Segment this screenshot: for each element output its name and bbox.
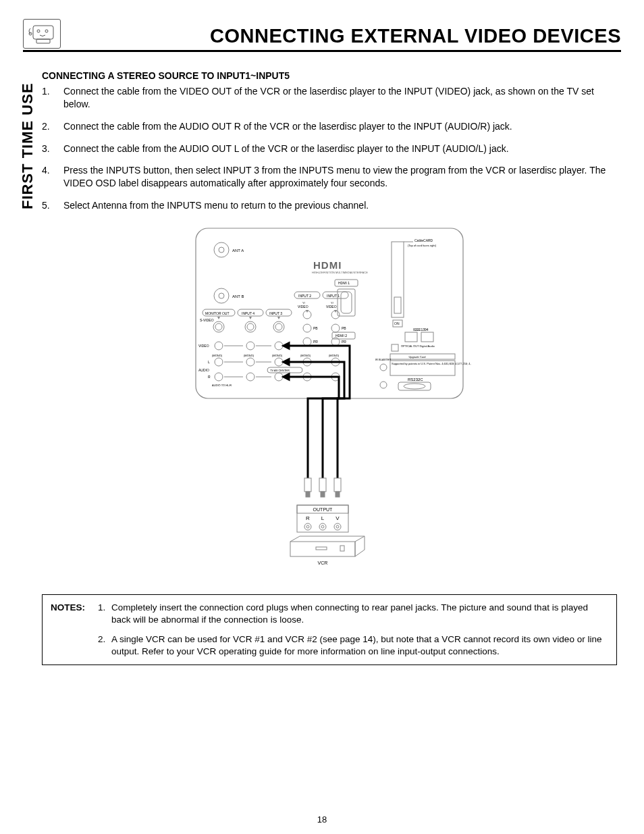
svg-point-44 — [275, 323, 282, 330]
svg-point-78 — [215, 373, 223, 381]
svg-text:PB: PB — [342, 326, 346, 330]
svg-text:INPUT 4: INPUT 4 — [242, 311, 254, 315]
svg-text:IR
BLASTER: IR BLASTER — [375, 358, 391, 361]
svg-rect-113 — [304, 478, 311, 492]
svg-text:VIDEO: VIDEO — [326, 305, 337, 309]
svg-text:CableCARD: CableCARD — [414, 238, 433, 242]
svg-point-2 — [45, 30, 48, 32]
step-item: Select Antenna from the INPUTS menu to r… — [42, 199, 617, 212]
page-title: CONNECTING EXTERNAL VIDEO DEVICES — [70, 25, 621, 49]
svg-text:L: L — [208, 360, 210, 364]
svg-point-125 — [304, 523, 311, 530]
notes-label: NOTES: — [51, 602, 91, 658]
svg-text:OUTPUT: OUTPUT — [313, 507, 333, 512]
svg-marker-35 — [249, 317, 252, 319]
svg-rect-18 — [341, 292, 352, 313]
svg-text:(MONO): (MONO) — [212, 354, 223, 357]
svg-text:ANT A: ANT A — [232, 249, 244, 253]
svg-text:VIDEO: VIDEO — [198, 344, 209, 348]
svg-text:V: V — [336, 515, 340, 521]
svg-rect-17 — [338, 289, 355, 316]
section-heading: CONNECTING A STEREO SOURCE TO INPUT1~INP… — [42, 70, 617, 82]
svg-marker-110 — [284, 343, 289, 348]
svg-point-72 — [246, 358, 254, 366]
notes-list: Completely insert the connection cord pl… — [98, 602, 608, 658]
svg-text:Supported by patents in U.S. P: Supported by patents in U.S. Patent Nos.… — [392, 362, 471, 365]
svg-rect-131 — [290, 542, 355, 556]
steps-list: Connect the cable from the VIDEO OUT of … — [42, 85, 617, 212]
svg-rect-115 — [319, 478, 326, 492]
svg-point-49 — [303, 338, 311, 346]
svg-point-47 — [303, 324, 311, 332]
page-header: CONNECTING EXTERNAL VIDEO DEVICES — [23, 19, 621, 52]
svg-point-109 — [404, 384, 425, 389]
svg-text:RS232C: RS232C — [408, 377, 423, 382]
svg-point-6 — [214, 242, 229, 257]
svg-rect-96 — [405, 332, 417, 342]
svg-text:PB: PB — [313, 326, 318, 330]
svg-text:Upgrade Card: Upgrade Card — [408, 355, 425, 359]
main-content: CONNECTING A STEREO SOURCE TO INPUT1~INP… — [42, 70, 617, 665]
svg-text:PR: PR — [342, 340, 346, 344]
svg-text:R: R — [306, 515, 310, 521]
svg-rect-114 — [306, 492, 310, 497]
svg-point-60 — [246, 342, 254, 350]
svg-text:R: R — [208, 375, 211, 379]
svg-text:HIGH-DEFINITION MULTIMEDIA INT: HIGH-DEFINITION MULTIMEDIA INTERFACE — [312, 271, 368, 274]
svg-rect-118 — [336, 492, 340, 497]
svg-marker-34 — [217, 317, 220, 319]
svg-point-40 — [215, 323, 222, 330]
svg-point-9 — [214, 288, 229, 303]
svg-line-133 — [290, 536, 300, 542]
connection-diagram: ANT A ANT B HDMI HIGH-DEFINITION MULTIME… — [42, 224, 617, 575]
svg-text:(MONO): (MONO) — [244, 354, 254, 357]
svg-rect-0 — [33, 26, 53, 39]
svg-point-107 — [380, 382, 387, 388]
svg-text:OPTICAL OUT
Digital Audio: OPTICAL OUT Digital Audio — [401, 344, 435, 348]
svg-text:IEEE1394: IEEE1394 — [413, 328, 429, 332]
side-tab-label: FIRST TIME USE — [19, 82, 36, 209]
svg-text:TV AS CENTER: TV AS CENTER — [270, 369, 290, 372]
svg-point-39 — [213, 321, 224, 332]
svg-text:AUDIO: AUDIO — [198, 368, 209, 372]
svg-text:AUDIO
TO HI-FI: AUDIO TO HI-FI — [212, 384, 232, 387]
svg-text:S-VIDEO: S-VIDEO — [200, 318, 214, 322]
svg-text:PR: PR — [313, 340, 318, 344]
svg-rect-116 — [321, 492, 325, 497]
svg-point-43 — [273, 321, 284, 332]
svg-point-80 — [246, 373, 254, 381]
svg-text:HDMI: HDMI — [313, 259, 342, 271]
step-item: Connect the cable from the VIDEO OUT of … — [42, 85, 617, 111]
svg-point-48 — [331, 324, 340, 332]
svg-marker-36 — [277, 317, 280, 319]
svg-point-127 — [319, 523, 326, 530]
svg-point-1 — [37, 30, 40, 32]
svg-point-58 — [215, 342, 223, 350]
note-item: Completely insert the connection cord pl… — [98, 602, 608, 626]
svg-text:ANT B: ANT B — [232, 294, 244, 298]
svg-marker-111 — [284, 359, 289, 365]
step-item: Connect the cable from the AUDIO OUT L o… — [42, 142, 617, 155]
svg-text:(MONO): (MONO) — [329, 354, 340, 357]
svg-text:VCR: VCR — [318, 561, 328, 565]
svg-text:INPUT 1: INPUT 1 — [327, 294, 340, 298]
note-item: A single VCR can be used for VCR #1 and … — [98, 633, 608, 658]
tv-mascot-icon — [23, 19, 61, 49]
svg-rect-117 — [334, 478, 341, 492]
svg-point-42 — [247, 323, 254, 330]
svg-rect-88 — [392, 242, 404, 317]
svg-point-126 — [306, 525, 309, 528]
svg-rect-89 — [394, 297, 401, 313]
svg-point-41 — [245, 321, 256, 332]
svg-point-129 — [334, 523, 341, 530]
svg-text:(MONO): (MONO) — [272, 354, 283, 357]
page-number: 18 — [0, 814, 644, 825]
svg-rect-98 — [392, 344, 398, 351]
svg-text:HDMI 1: HDMI 1 — [338, 281, 350, 285]
svg-point-128 — [321, 525, 324, 528]
svg-rect-3 — [36, 39, 50, 43]
svg-text:ON: ON — [394, 321, 400, 325]
step-item: Press the INPUTS button, then select INP… — [42, 164, 617, 190]
notes-box: NOTES: Completely insert the connection … — [42, 594, 617, 665]
svg-text:HDMI 2: HDMI 2 — [336, 334, 347, 338]
